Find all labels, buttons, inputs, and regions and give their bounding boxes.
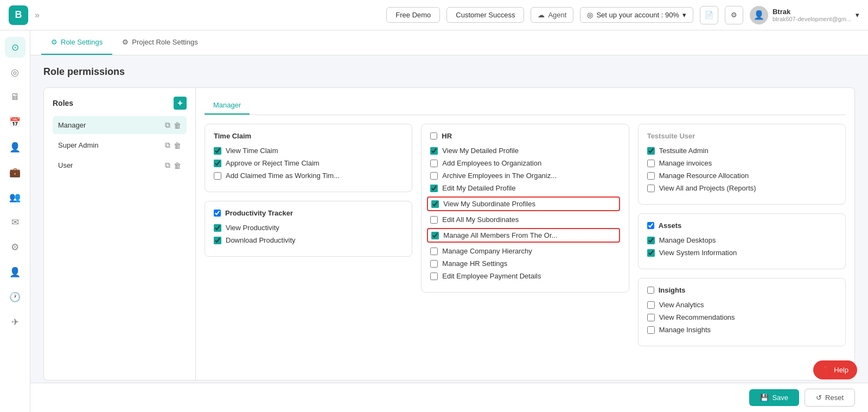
label-view-detailed-profile: View My Detailed Profile (442, 147, 519, 155)
assets-title: Assets (659, 221, 682, 230)
check-manage-invoices[interactable] (647, 160, 655, 167)
check-view-analytics[interactable] (647, 301, 655, 309)
roles-layout: Roles + Manager ⧉ 🗑 Super Admin ⧉ (43, 87, 855, 381)
copy-role-user[interactable]: ⧉ (165, 161, 170, 170)
check-view-all-projects[interactable] (647, 185, 655, 192)
label-payment-details: Edit Employee Payment Details (442, 272, 541, 280)
user-menu[interactable]: 👤 Btrak btrak607-development@gm... ▾ (750, 6, 859, 24)
check-archive-employees[interactable] (430, 172, 438, 180)
notifications-button[interactable]: 📄 (700, 6, 718, 24)
check-add-employees[interactable] (430, 160, 438, 167)
label-resource-allocation: Manage Resource Allocation (659, 172, 749, 180)
sidebar-item-team[interactable]: 👥 (5, 187, 25, 207)
label-view-productivity: View Productivity (226, 224, 279, 232)
perm-manage-all-members: Manage All Members From The Or... (427, 228, 620, 243)
setup-icon: ◎ (587, 11, 593, 19)
sidebar-item-projects[interactable]: 💼 (5, 162, 25, 182)
avatar: 👤 (750, 6, 768, 24)
perm-resource-allocation: Manage Resource Allocation (647, 172, 837, 180)
role-item-manager[interactable]: Manager ⧉ 🗑 (53, 116, 187, 134)
role-name-user: User (58, 161, 73, 169)
agent-icon: ☁ (538, 11, 545, 19)
label-download-productivity: Download Productivity (226, 236, 296, 244)
permissions-columns: Time Claim View Time Claim Approve or Re… (205, 124, 846, 355)
save-button[interactable]: 💾 Save (749, 389, 799, 406)
productivity-tracker-card: Productivity Tracker View Productivity D… (205, 201, 412, 257)
sidebar-item-home[interactable]: ⊙ (5, 37, 25, 58)
setup-chevron-icon: ▾ (682, 11, 686, 19)
check-view-detailed-profile[interactable] (430, 147, 438, 155)
sidebar-item-monitor[interactable]: 🖥 (5, 87, 25, 107)
check-view-recommendations[interactable] (647, 314, 655, 321)
label-view-system-info: View System Information (659, 249, 737, 257)
permissions-area: Manager Time Claim (196, 88, 854, 380)
username: Btrak (773, 8, 851, 16)
main-layout: ⊙ ◎ 🖥 📅 👤 💼 👥 ✉ ⚙ 👤 🕐 ✈ ⚙ Role Settings … (0, 30, 868, 412)
customer-success-button[interactable]: Customer Success (446, 7, 524, 23)
role-settings-icon: ⚙ (51, 38, 58, 46)
role-name-super-admin: Super Admin (58, 141, 98, 149)
setup-button[interactable]: ◎ Set up your account : 90% ▾ (580, 7, 693, 23)
copy-role-manager[interactable]: ⧉ (165, 121, 170, 130)
check-productivity-tracker[interactable] (214, 210, 221, 217)
check-manage-all-members[interactable] (431, 232, 439, 239)
check-view-system-info[interactable] (647, 249, 655, 257)
free-demo-button[interactable]: Free Demo (386, 7, 440, 23)
check-assets[interactable] (647, 222, 654, 229)
check-payment-details[interactable] (430, 272, 438, 280)
delete-role-user[interactable]: 🗑 (174, 161, 181, 170)
sidebar-item-messages[interactable]: ✉ (5, 212, 25, 232)
perm-manage-insights: Manage Insights (647, 326, 837, 334)
perm-edit-subordinates: Edit All My Subordinates (430, 215, 620, 224)
check-manage-desktops[interactable] (647, 237, 655, 244)
agent-button[interactable]: ☁ Agent (531, 7, 573, 23)
label-view-analytics: View Analytics (659, 301, 704, 309)
save-label: Save (772, 394, 788, 402)
role-item-super-admin[interactable]: Super Admin ⧉ 🗑 (53, 136, 187, 154)
check-edit-subordinates[interactable] (430, 216, 438, 224)
check-manage-insights[interactable] (647, 326, 655, 334)
reset-button[interactable]: ↺ Reset (805, 389, 855, 407)
check-view-time-claim[interactable] (214, 147, 221, 155)
perm-view-detailed-profile: View My Detailed Profile (430, 147, 620, 155)
label-manage-invoices: Manage invoices (659, 159, 712, 167)
label-approve-time-claim: Approve or Reject Time Claim (226, 159, 320, 167)
role-item-user[interactable]: User ⧉ 🗑 (53, 156, 187, 174)
sidebar-item-settings[interactable]: ⚙ (5, 237, 25, 257)
roles-sidebar: Roles + Manager ⧉ 🗑 Super Admin ⧉ (44, 88, 196, 380)
check-company-hierarchy[interactable] (430, 248, 438, 255)
document-icon: 📄 (705, 11, 713, 19)
project-role-label: Project Role Settings (132, 38, 197, 46)
sidebar-item-profile[interactable]: 👤 (5, 137, 25, 157)
check-edit-detailed-profile[interactable] (430, 185, 438, 192)
label-edit-detailed-profile: Edit My Detailed Profile (442, 184, 515, 192)
check-download-productivity[interactable] (214, 237, 221, 244)
agent-label: Agent (548, 11, 566, 19)
check-view-productivity[interactable] (214, 224, 221, 232)
check-hr[interactable] (430, 132, 437, 140)
sidebar-item-send[interactable]: ✈ (5, 312, 25, 332)
tab-role-settings[interactable]: ⚙ Role Settings (41, 30, 112, 55)
settings-button[interactable]: ⚙ (725, 6, 743, 24)
delete-role-manager[interactable]: 🗑 (174, 121, 181, 130)
copy-role-super-admin[interactable]: ⧉ (165, 141, 170, 150)
sidebar-item-time[interactable]: 🕐 (5, 287, 25, 307)
check-approve-time-claim[interactable] (214, 160, 221, 167)
sidebar-item-calendar[interactable]: 📅 (5, 112, 25, 132)
tab-project-role-settings[interactable]: ⚙ Project Role Settings (112, 30, 207, 55)
check-add-claimed-time[interactable] (214, 172, 221, 180)
sidebar-item-user-mgmt[interactable]: 👤 (5, 262, 25, 282)
check-testsuite-admin[interactable] (647, 147, 655, 155)
check-view-subordinate-profiles[interactable] (431, 200, 439, 208)
permissions-tab-manager[interactable]: Manager (205, 97, 250, 115)
delete-role-super-admin[interactable]: 🗑 (174, 141, 181, 150)
check-insights[interactable] (647, 287, 654, 294)
check-resource-allocation[interactable] (647, 172, 655, 180)
sidebar-item-dashboard[interactable]: ◎ (5, 62, 25, 83)
perm-view-recommendations: View Recommendations (647, 313, 837, 321)
col-hr: HR View My Detailed Profile Add Employee… (421, 124, 629, 355)
testsuite-header: Testsuite User (647, 132, 837, 140)
help-button[interactable]: ❓ Help (813, 360, 857, 379)
add-role-button[interactable]: + (174, 97, 187, 110)
check-hr-settings[interactable] (430, 260, 438, 268)
